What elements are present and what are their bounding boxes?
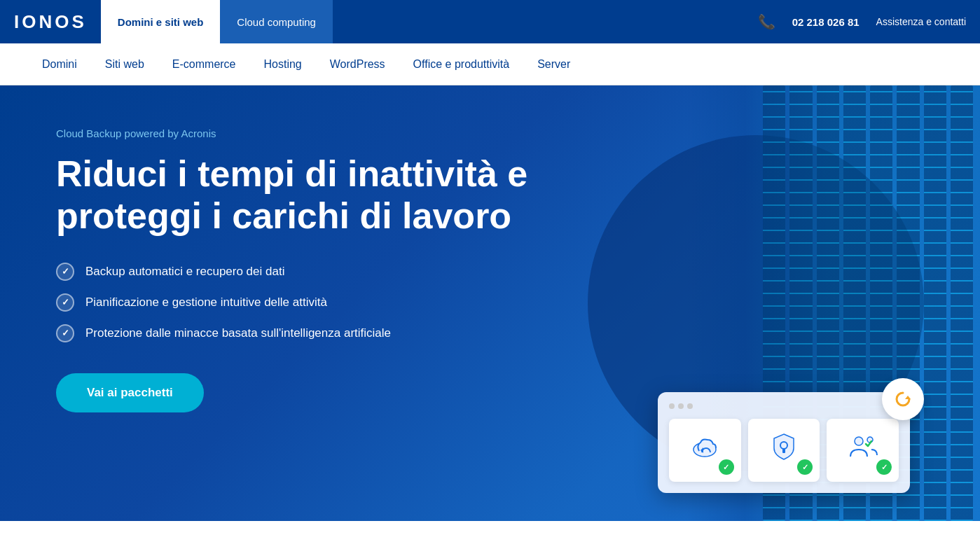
server-col-8 (951, 85, 973, 521)
feature-item-3: Protezione dalle minacce basata sull'int… (56, 324, 546, 342)
mockup-card-shield: ✓ (748, 419, 820, 482)
sub-navigation: Domini Siti web E-commerce Hosting WordP… (0, 43, 980, 85)
subnav-office-produttivita[interactable]: Office e produttività (413, 55, 510, 74)
feature-text-2: Pianificazione e gestione intuitive dell… (85, 296, 327, 310)
svg-point-6 (855, 437, 863, 445)
hero-title: Riduci i tempi di inattività e proteggi … (56, 153, 546, 237)
mockup-card-users: ✓ (827, 419, 899, 482)
feature-text-1: Backup automatici e recupero dei dati (85, 265, 284, 279)
feature-item-1: Backup automatici e recupero dei dati (56, 263, 546, 281)
check-badge-3: ✓ (876, 459, 892, 475)
subnav-hosting[interactable]: Hosting (264, 55, 302, 74)
window-dots (669, 403, 899, 409)
window-dot-1 (669, 403, 675, 409)
subnav-siti-web[interactable]: Siti web (105, 55, 144, 74)
mockup-window: ✓ ✓ (658, 392, 910, 493)
server-col-7 (924, 85, 946, 521)
check-badge-2: ✓ (797, 459, 813, 475)
svg-rect-5 (782, 449, 785, 453)
feature-item-2: Pianificazione e gestione intuitive dell… (56, 293, 546, 312)
subnav-domini[interactable]: Domini (42, 55, 77, 74)
top-nav-links: Domini e siti web Cloud computing (101, 0, 333, 43)
hero-section: Cloud Backup powered by Acronis Riduci i… (0, 85, 980, 521)
ui-mockup: ✓ ✓ (658, 392, 910, 493)
phone-number: 02 218 026 81 (792, 16, 860, 28)
mockup-cards: ✓ ✓ (669, 419, 899, 482)
window-dot-2 (678, 403, 684, 409)
nav-cloud-computing[interactable]: Cloud computing (220, 0, 333, 43)
nav-domini-siti-web[interactable]: Domini e siti web (101, 0, 221, 43)
cta-pacchetti-button[interactable]: Vai ai pacchetti (56, 373, 204, 412)
hero-visual: ✓ ✓ (560, 85, 980, 521)
hero-content: Cloud Backup powered by Acronis Riduci i… (56, 127, 546, 412)
hero-features-list: Backup automatici e recupero dei dati Pi… (56, 263, 546, 342)
feature-text-3: Protezione dalle minacce basata sull'int… (85, 326, 391, 340)
subnav-ecommerce[interactable]: E-commerce (172, 55, 236, 74)
cloud-restore-icon (688, 430, 722, 464)
shield-key-icon (767, 430, 801, 464)
top-navigation: IONOS Domini e siti web Cloud computing … (0, 0, 980, 43)
check-badge-1: ✓ (719, 459, 734, 475)
assistenza-contatti-link[interactable]: Assistenza e contatti (876, 16, 966, 27)
check-icon-3 (56, 324, 74, 342)
hero-subtitle: Cloud Backup powered by Acronis (56, 127, 546, 139)
restore-badge (882, 378, 924, 420)
subnav-server[interactable]: Server (537, 55, 570, 74)
logo: IONOS (14, 11, 87, 33)
svg-point-0 (890, 387, 916, 412)
subnav-wordpress[interactable]: WordPress (330, 55, 385, 74)
check-icon-2 (56, 293, 74, 312)
users-check-icon (846, 430, 880, 464)
top-nav-right: 📞 02 218 026 81 Assistenza e contatti (758, 13, 966, 30)
window-dot-3 (687, 403, 693, 409)
check-icon-1 (56, 263, 74, 281)
phone-icon: 📞 (758, 13, 775, 30)
mockup-card-cloud: ✓ (669, 419, 741, 482)
